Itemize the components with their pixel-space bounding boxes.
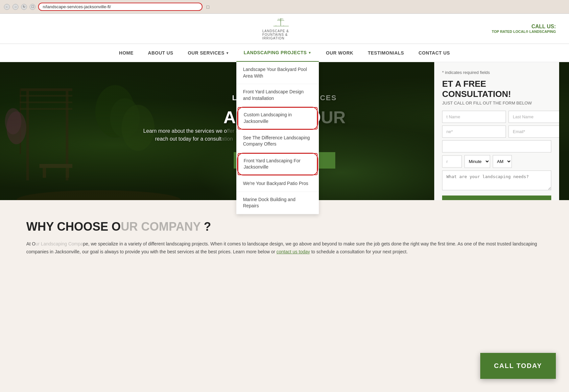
nav-our-work[interactable]: OUR WORK (319, 44, 361, 62)
dropdown-front-yard-design[interactable]: Front Yard Landscape Design and Installa… (236, 84, 319, 106)
dropdown-custom-landscaping[interactable]: Custom Landscaping in Jacksonville (238, 107, 317, 129)
time-row: Minute 00 15 30 45 AM PM (442, 155, 551, 168)
our-services-caret: ▼ (226, 51, 229, 55)
site-header: L LANDSCAPE & FOUNTAINS & IRRIGATION CAL… (0, 14, 569, 44)
nav-landscaping-projects-wrapper: LANDSCAPING PROJECTS ▼ Landscape Your Ba… (236, 44, 319, 62)
address-input[interactable] (442, 140, 551, 152)
browser-chrome: ← → ↻ ☐ n/landscape-services-jacksonvill… (0, 0, 569, 14)
hour-input[interactable] (442, 155, 462, 168)
why-left: WHY CHOOSE OUR COMPANY ? At Our Landscap… (26, 220, 543, 256)
why-title: WHY CHOOSE OUR COMPANY ? (26, 220, 543, 234)
ampm-select[interactable]: AM PM (493, 155, 512, 168)
dropdown-front-yard-landscaping[interactable]: Front Yard Landscaping For Jacksonville (238, 153, 317, 175)
nav-about-us[interactable]: ABOUT US (141, 44, 180, 62)
browser-icons: □ (206, 4, 209, 10)
logo-text: LANDSCAPE & FOUNTAINS & IRRIGATION (262, 29, 302, 40)
main-nav: HOME ABOUT US OUR SERVICES ▼ LANDSCAPING… (0, 44, 569, 62)
last-name-input[interactable] (509, 111, 559, 123)
header-right: CALL US: TOP RATED LOCAL® LANDSCAPING (492, 24, 556, 34)
dropdown-see-difference[interactable]: See The Difference Landscaping Company O… (236, 130, 319, 152)
reload-button[interactable]: ↻ (21, 4, 27, 10)
consultation-panel: * indicates required fields ET A FREE CO… (434, 62, 559, 200)
consultation-submit-button[interactable]: Get a FREE Consultation! (442, 196, 551, 200)
logo-area: L LANDSCAPE & FOUNTAINS & IRRIGATION (262, 17, 302, 40)
contact-row (442, 126, 551, 138)
needs-textarea[interactable] (442, 171, 551, 190)
nav-testimonials[interactable]: TESTIMONIALS (361, 44, 411, 62)
consultation-title: ET A FREE CONSULTATION! (442, 79, 551, 99)
dropdown-marine-dock[interactable]: Marine Dock Building and Repairs (236, 192, 319, 214)
logo-svg: L (264, 17, 300, 29)
dropdown-backyard-patio[interactable]: We're Your Backyard Patio Pros (236, 176, 319, 192)
back-button[interactable]: ← (4, 4, 10, 10)
call-us-label: CALL US: (532, 24, 556, 29)
landscaping-caret: ▼ (308, 51, 311, 55)
nav-home[interactable]: HOME (112, 44, 141, 62)
address-bar[interactable]: n/landscape-services-jacksonville-fl/ (38, 3, 202, 11)
phone-input[interactable] (442, 126, 506, 138)
contact-us-link[interactable]: contact us today (276, 249, 310, 254)
nav-contact-us[interactable]: CONTACT US (411, 44, 457, 62)
top-rated: TOP RATED LOCAL® LANDSCAPING (492, 30, 556, 34)
dropdown-pool-area[interactable]: Landscape Your Backyard Pool Area With (236, 62, 319, 84)
consultation-subtitle: JUST CALL OR FILL OUT THE FORM BELOW (442, 101, 551, 105)
required-text: * indicates required fields (442, 70, 551, 75)
home-button[interactable]: ☐ (30, 4, 36, 10)
nav-landscaping-projects[interactable]: LANDSCAPING PROJECTS ▼ (236, 44, 319, 62)
extensions-icon[interactable]: □ (206, 4, 209, 10)
call-us: CALL US: (492, 24, 556, 30)
first-name-input[interactable] (442, 111, 506, 123)
minute-select[interactable]: Minute 00 15 30 45 (464, 155, 490, 168)
nav-our-services[interactable]: OUR SERVICES ▼ (180, 44, 236, 62)
why-text: At Our Landscaping Compape, we specializ… (26, 240, 543, 256)
address-row (442, 140, 551, 152)
landscaping-dropdown: Landscape Your Backyard Pool Area With F… (236, 62, 319, 214)
name-row (442, 111, 551, 123)
email-input[interactable] (509, 126, 559, 138)
forward-button[interactable]: → (12, 4, 18, 10)
